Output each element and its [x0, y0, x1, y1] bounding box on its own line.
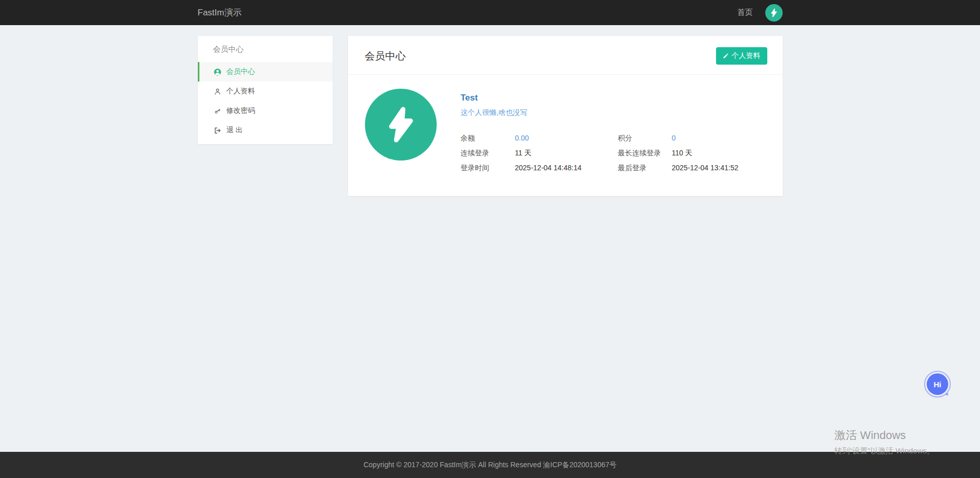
- brand-title[interactable]: FastIm演示: [198, 7, 242, 18]
- profile-avatar[interactable]: [365, 89, 437, 161]
- panel-title: 会员中心: [365, 49, 406, 63]
- stat-label-max-successions: 最长连续登录: [618, 148, 672, 158]
- edit-profile-button-label: 个人资料: [732, 51, 761, 61]
- chat-fab-dot: [946, 393, 948, 395]
- panel-header: 会员中心 个人资料: [348, 36, 783, 75]
- stat-label-balance: 余额: [461, 133, 515, 143]
- key-icon: [213, 107, 222, 115]
- navbar-user-avatar[interactable]: [765, 4, 783, 22]
- user-icon: [213, 87, 222, 96]
- profile-stats: 余额 0.00 积分 0 连续登录 11 天 最长连续登录 110 天 登录时间…: [461, 133, 739, 173]
- chat-fab-label: Hi: [927, 373, 948, 395]
- lightning-bolt-icon: [380, 104, 422, 146]
- sidebar-item-label: 退 出: [227, 126, 243, 135]
- stat-label-successions: 连续登录: [461, 148, 515, 158]
- edit-profile-button[interactable]: 个人资料: [716, 47, 767, 65]
- main-area: 会员中心 会员中心: [0, 25, 980, 452]
- sidebar-item-member-center[interactable]: 会员中心: [198, 62, 333, 82]
- stat-value-successions: 11 天: [515, 148, 618, 158]
- navbar-right: 首页: [738, 4, 783, 22]
- stat-value-last-login: 2025-12-04 13:41:52: [672, 163, 739, 173]
- stat-label-login-time: 登录时间: [461, 163, 515, 173]
- profile-info: Test 这个人很懒,啥也没写 余额 0.00 积分 0 连续登录 11 天 最…: [461, 89, 739, 173]
- sidebar-item-profile[interactable]: 个人资料: [198, 82, 333, 101]
- sidebar-header: 会员中心: [198, 36, 333, 62]
- stat-value-login-time: 2025-12-04 14:48:14: [515, 163, 618, 173]
- profile-username[interactable]: Test: [461, 93, 739, 103]
- pencil-icon: [723, 53, 729, 59]
- profile-section: Test 这个人很懒,啥也没写 余额 0.00 积分 0 连续登录 11 天 最…: [348, 75, 783, 196]
- user-circle-icon: [213, 68, 222, 76]
- chat-fab-button[interactable]: Hi: [924, 371, 951, 397]
- member-sidebar: 会员中心 会员中心: [198, 36, 333, 144]
- stat-label-last-login: 最后登录: [618, 163, 672, 173]
- sidebar-item-change-password[interactable]: 修改密码: [198, 101, 333, 121]
- sidebar-item-label: 个人资料: [227, 87, 255, 96]
- stat-value-max-successions: 110 天: [672, 148, 739, 158]
- page-footer: Copyright © 2017-2020 FastIm演示 All Right…: [0, 452, 980, 478]
- sidebar-item-logout[interactable]: 退 出: [198, 121, 333, 140]
- nav-home-link[interactable]: 首页: [738, 8, 753, 17]
- stat-value-score: 0: [672, 133, 739, 143]
- profile-bio: 这个人很懒,啥也没写: [461, 108, 739, 117]
- copyright-text: Copyright © 2017-2020 FastIm演示 All Right…: [363, 461, 617, 470]
- sign-out-icon: [213, 126, 222, 135]
- lightning-bolt-icon: [769, 8, 779, 18]
- sidebar-item-label: 会员中心: [227, 67, 255, 76]
- member-center-panel: 会员中心 个人资料: [348, 36, 783, 196]
- stat-value-balance: 0.00: [515, 133, 618, 143]
- sidebar-item-label: 修改密码: [227, 106, 255, 115]
- top-navbar: FastIm演示 首页: [0, 0, 980, 25]
- stat-label-score: 积分: [618, 133, 672, 143]
